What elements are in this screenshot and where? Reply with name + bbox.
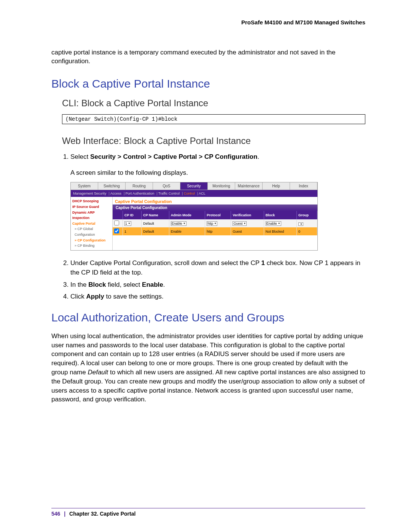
col-cpname: CP Name	[142, 211, 169, 219]
sub-nav: Management Security| Access| Port Authen…	[71, 190, 317, 197]
subnav-portauth[interactable]: Port Authentication	[126, 192, 155, 195]
chapter-label: Chapter 32. Captive Portal	[69, 511, 135, 517]
sidebar-item[interactable]: IP Source Guard	[72, 204, 112, 210]
step-4: Click Apply to save the settings.	[70, 292, 365, 302]
step-1: Select Security > Control > Captive Port…	[70, 152, 365, 162]
sidebar-item[interactable]: Configuration	[72, 232, 112, 238]
tab-index[interactable]: Index	[290, 182, 317, 190]
heading-block-cp: Block a Captive Portal Instance	[51, 77, 365, 90]
col-protocol: Protocol	[205, 211, 231, 219]
page-footer: 546 | Chapter 32. Captive Portal	[51, 508, 365, 517]
tab-maintenance[interactable]: Maintenance	[235, 182, 263, 190]
cli-code-box: (Netgear Switch)(Config-CP 1)#block	[62, 114, 365, 124]
sidebar-item-captive-portal[interactable]: Captive Portal	[72, 221, 112, 227]
table-row[interactable]: 1▼ Default Enable▼ http▼ Guest▼ Enable▼ …	[113, 219, 317, 227]
sidebar-item[interactable]: » CP Global	[72, 226, 112, 232]
verif-select[interactable]: Guest▼	[233, 221, 247, 226]
heading-local-auth: Local Authorization, Create Users and Gr…	[51, 311, 365, 324]
sidebar-item[interactable]: DHCP Snooping	[72, 198, 112, 204]
subnav-traffic[interactable]: Traffic Control	[158, 192, 180, 195]
web-ui-screenshot: System Switching Routing QoS Security Mo…	[70, 182, 318, 250]
page: ProSafe M4100 and M7100 Managed Switches…	[0, 0, 411, 532]
panel-header-bar: Captive Portal Configuration	[113, 204, 317, 211]
page-number: 546	[51, 511, 60, 517]
col-cpid: CP ID	[123, 211, 142, 219]
sidebar-item-cp-config[interactable]: » CP Configuration	[72, 238, 112, 243]
step-2: Under Captive Portal Configuration, scro…	[70, 258, 365, 278]
proto-select[interactable]: http▼	[207, 221, 217, 226]
heading-web: Web Interface: Block a Captive Portal In…	[62, 136, 365, 146]
col-group: Group	[296, 211, 317, 219]
tab-system[interactable]: System	[71, 182, 98, 190]
tab-monitoring[interactable]: Monitoring	[208, 182, 235, 190]
cp-config-table: CP ID CP Name Admin Mode Protocol Verifi…	[113, 211, 317, 235]
subnav-mgmt[interactable]: Management Security	[73, 192, 107, 195]
tab-routing[interactable]: Routing	[126, 182, 153, 190]
col-verification: Verification	[231, 211, 264, 219]
step-3: In the Block field, select Enable.	[70, 280, 365, 290]
tab-help[interactable]: Help	[263, 182, 290, 190]
block-select[interactable]: Enable▼	[266, 221, 281, 226]
heading-cli: CLI: Block a Captive Portal Instance	[62, 98, 365, 109]
subnav-control[interactable]: Control	[184, 192, 195, 195]
col-admin: Admin Mode	[169, 211, 205, 219]
intro-paragraph: captive portal instance is a temporary c…	[51, 48, 365, 66]
table-row-selected[interactable]: 1 Default Enable http Guest Not Blocked …	[113, 227, 317, 235]
sidebar-item[interactable]: » CP Binding	[72, 243, 112, 249]
tab-security[interactable]: Security	[180, 182, 208, 190]
cpid-select[interactable]: 1▼	[124, 221, 131, 226]
tab-switching[interactable]: Switching	[98, 182, 126, 190]
row-checkbox[interactable]	[114, 220, 119, 225]
group-select[interactable]: ▼	[298, 222, 303, 226]
sidebar-item[interactable]: Inspection	[72, 215, 112, 221]
product-header: ProSafe M4100 and M7100 Managed Switches	[51, 19, 365, 26]
admin-select[interactable]: Enable▼	[171, 221, 186, 226]
top-tabs: System Switching Routing QoS Security Mo…	[71, 182, 317, 190]
panel-title: Captive Portal Configuration	[113, 197, 317, 204]
sidebar-item[interactable]: Dynamic ARP	[72, 210, 112, 216]
local-auth-paragraph: When using local authentication, the adm…	[51, 332, 365, 404]
subnav-acl[interactable]: ACL	[199, 192, 206, 195]
col-block: Block	[264, 211, 296, 219]
subnav-access[interactable]: Access	[110, 192, 121, 195]
tab-qos[interactable]: QoS	[153, 182, 180, 190]
row-checkbox[interactable]	[114, 228, 119, 233]
step-1-subtext: A screen similar to the following displa…	[70, 169, 365, 177]
col-check	[113, 211, 123, 219]
left-sidebar: DHCP Snooping IP Source Guard Dynamic AR…	[71, 197, 113, 250]
